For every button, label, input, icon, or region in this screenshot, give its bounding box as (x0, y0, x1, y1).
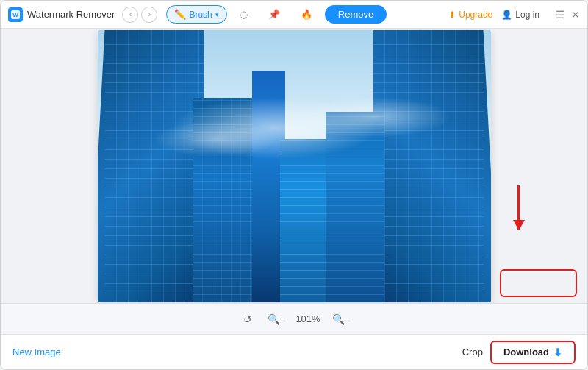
brush-tool-button[interactable]: ✏️ Brush ▾ (166, 5, 226, 24)
zoom-in-button[interactable]: 🔍+ (267, 310, 284, 328)
nav-back-button[interactable]: ‹ (122, 7, 138, 23)
bottom-bar: ↺ 🔍+ 101% 🔍− (1, 303, 587, 334)
image-canvas (98, 30, 491, 302)
user-icon: 👤 (501, 10, 512, 20)
app-icon: W (8, 7, 23, 22)
chevron-down-icon: ▾ (215, 11, 219, 18)
title-bar: W Watermark Remover ‹ › ✏️ Brush ▾ ◌ 📌 🔥… (1, 1, 587, 29)
building-right (373, 30, 491, 302)
red-arrow (517, 185, 520, 230)
remove-button[interactable]: Remove (325, 5, 387, 24)
menu-icon[interactable]: ☰ (556, 9, 565, 21)
image-container (98, 30, 491, 302)
right-actions: ⬆ Upgrade 👤 Log in ☰ ✕ (448, 9, 580, 21)
nav-forward-button[interactable]: › (141, 7, 157, 23)
svg-text:W: W (12, 12, 18, 18)
footer: New Image Crop Download ⬇ (1, 334, 587, 369)
footer-right: Crop Download ⬇ (462, 341, 576, 364)
arrow-annotation (517, 185, 520, 230)
login-button[interactable]: 👤 Log in (501, 10, 539, 20)
erase-tool-button[interactable]: 🔥 (293, 5, 320, 24)
upgrade-button[interactable]: ⬆ Upgrade (448, 10, 492, 20)
zoom-out-button[interactable]: 🔍− (331, 310, 349, 328)
crop-button[interactable]: Crop (462, 346, 483, 357)
building-right2 (326, 112, 384, 302)
new-image-button[interactable]: New Image (12, 346, 61, 357)
reset-zoom-button[interactable]: ↺ (239, 310, 257, 328)
window-controls: ☰ ✕ (556, 9, 580, 21)
lasso-tool-button[interactable]: ◌ (232, 5, 256, 24)
erase-icon: 🔥 (301, 9, 312, 20)
download-icon: ⬇ (553, 346, 562, 358)
lasso-icon: ◌ (240, 9, 248, 20)
app-title: Watermark Remover (27, 9, 115, 20)
pin-icon: 📌 (268, 9, 280, 20)
building-left (98, 30, 204, 302)
main-content (1, 29, 587, 303)
download-button[interactable]: Download ⬇ (490, 341, 576, 364)
building-center-left (193, 98, 259, 302)
zoom-level: 101% (295, 313, 321, 324)
brush-icon: ✏️ (174, 9, 186, 20)
download-highlight (500, 269, 577, 297)
pin-tool-button[interactable]: 📌 (260, 5, 288, 24)
close-icon[interactable]: ✕ (571, 9, 580, 21)
download-label: Download (503, 346, 549, 357)
toolbar: ✏️ Brush ▾ ◌ 📌 🔥 Remove (160, 5, 448, 24)
upgrade-icon: ⬆ (448, 10, 456, 20)
